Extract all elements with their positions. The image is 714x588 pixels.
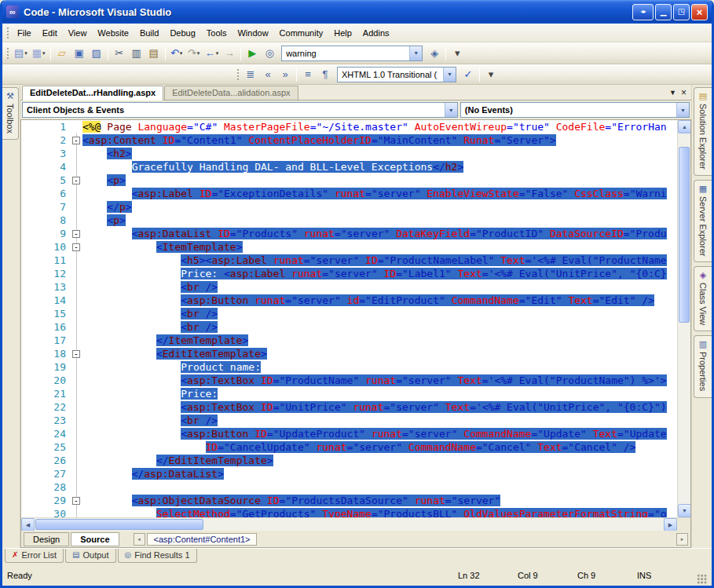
code-line[interactable]: 8 <p> xyxy=(21,214,677,227)
code-line[interactable]: 16 <br /> xyxy=(21,320,677,334)
menu-gripper[interactable] xyxy=(6,27,9,39)
editor-body[interactable]: 1<%@ Page Language="C#" MasterPageFile="… xyxy=(21,120,690,517)
minimize-button[interactable]: ▁ xyxy=(655,4,672,20)
code-line[interactable]: 7 </p> xyxy=(21,200,677,214)
copy-icon[interactable]: ▥ xyxy=(128,45,145,62)
fold-toggle[interactable]: - xyxy=(71,227,82,240)
code-line[interactable]: 13 <br /> xyxy=(21,280,677,294)
object-combo[interactable]: Client Objects & Events ▼ xyxy=(22,102,458,118)
vertical-scrollbar[interactable]: ▲ ▼ xyxy=(677,120,690,517)
code-line[interactable]: 22 <asp:TextBox ID="UnitPrice" runat="se… xyxy=(21,400,677,414)
dropdown-arrow-icon[interactable]: ▾ xyxy=(216,50,219,57)
dropdown-arrow-icon[interactable]: ▾ xyxy=(180,50,183,57)
code-line[interactable]: 20 <asp:TextBox ID="ProductName" runat="… xyxy=(21,374,677,387)
code-line[interactable]: 15 <br /> xyxy=(21,307,677,320)
event-combo-dropdown-icon[interactable]: ▼ xyxy=(676,103,689,117)
fold-toggle[interactable]: - xyxy=(71,240,82,254)
find-in-files-icon[interactable]: ◎ xyxy=(261,45,278,62)
collapse-icon[interactable]: - xyxy=(72,243,80,251)
tab-find-results[interactable]: ◎Find Results 1 xyxy=(118,549,197,563)
document-tab[interactable]: EditDeleteDat...rHandling.aspx xyxy=(22,86,163,100)
dropdown-arrow-icon[interactable]: ▾ xyxy=(197,50,200,57)
design-view-button[interactable]: Design xyxy=(24,532,69,546)
menu-item-build[interactable]: Build xyxy=(134,25,164,41)
collapse-icon[interactable]: - xyxy=(72,177,80,184)
close-document-icon[interactable]: × xyxy=(681,88,687,97)
fold-toggle[interactable]: - xyxy=(71,494,82,507)
code-line[interactable]: 30 SelectMethod="GetProducts" TypeName="… xyxy=(21,507,677,517)
menu-item-help[interactable]: Help xyxy=(328,25,357,41)
tab-properties[interactable]: ▥Properties xyxy=(694,335,712,397)
format-document-icon[interactable]: ≣ xyxy=(242,66,259,83)
code-line[interactable]: 18- <EditItemTemplate> xyxy=(21,347,677,360)
toolbar-options-icon[interactable]: ▾ xyxy=(482,66,500,83)
navigate-forward-icon[interactable]: → xyxy=(221,45,238,62)
code-line[interactable]: 2-<asp:Content ID="Content1" ContentPlac… xyxy=(21,133,677,147)
fold-toggle[interactable]: - xyxy=(71,347,82,360)
code-line[interactable]: 9- <asp:DataList ID="Products" runat="se… xyxy=(21,227,677,240)
new-project-icon[interactable]: ▤▾ xyxy=(12,45,30,62)
fold-toggle[interactable]: - xyxy=(71,173,82,187)
menu-item-file[interactable]: File xyxy=(12,25,37,41)
code-line[interactable]: 19 Product name: xyxy=(21,360,677,374)
code-line[interactable]: 4 Gracefully Handling DAL- and BLL-Level… xyxy=(21,160,677,173)
navigate-backward-icon[interactable]: ←▾ xyxy=(203,45,222,62)
tab-server-explorer[interactable]: ▦Server Explorer xyxy=(694,180,712,262)
open-file-icon[interactable]: ▱ xyxy=(53,45,71,62)
undo-icon[interactable]: ↶▾ xyxy=(168,45,185,62)
code-line[interactable]: 26 </EditItemTemplate> xyxy=(21,454,677,467)
code-line[interactable]: 29- <asp:ObjectDataSource ID="ProductsDa… xyxy=(21,494,677,507)
code-line[interactable]: 5- <p> xyxy=(21,173,677,187)
dropdown-arrow-icon[interactable]: ▾ xyxy=(42,50,46,57)
redo-icon[interactable]: ↷▾ xyxy=(185,45,203,62)
code-line[interactable]: 14 <asp:Button runat="server" id="EditPr… xyxy=(21,294,677,307)
collapse-icon[interactable]: - xyxy=(72,230,80,238)
tag-navigator-breadcrumb[interactable]: <asp:Content#Content1> xyxy=(147,533,258,546)
fold-toggle[interactable]: - xyxy=(71,133,82,147)
horizontal-scroll-thumb[interactable] xyxy=(35,519,203,530)
code-line[interactable]: 17 </ItemTemplate> xyxy=(21,334,677,347)
code-line[interactable]: 3 <h2> xyxy=(21,147,677,160)
tab-toolbox[interactable]: ⚒ Toolbox xyxy=(2,87,19,140)
html-toolbar-gripper[interactable] xyxy=(236,68,240,81)
code-line[interactable]: 23 <br /> xyxy=(21,414,677,427)
tag-navigator-left-icon[interactable]: ◂ xyxy=(134,533,145,546)
code-line[interactable]: 11 <h5><asp:Label runat="server" ID="Pro… xyxy=(21,254,677,267)
collapse-icon[interactable]: - xyxy=(72,137,80,144)
menu-item-edit[interactable]: Edit xyxy=(37,25,63,41)
event-combo[interactable]: (No Events) ▼ xyxy=(460,102,690,118)
paste-icon[interactable]: ▤ xyxy=(145,45,163,62)
add-item-icon[interactable]: ▦▾ xyxy=(30,45,48,62)
resize-grip[interactable] xyxy=(697,574,707,584)
object-combo-dropdown-icon[interactable]: ▼ xyxy=(445,103,457,117)
code-line[interactable]: 25 ID="CancelUpdate" runat="server" Comm… xyxy=(21,440,677,454)
doctype-combo-dropdown-icon[interactable]: ▼ xyxy=(443,68,456,82)
save-all-icon[interactable]: ▨ xyxy=(88,45,105,62)
start-debugging-icon[interactable]: ▶ xyxy=(243,45,261,62)
code-line[interactable]: 6 <asp:Label ID="ExceptionDetails" runat… xyxy=(21,187,677,200)
check-page-validity-icon[interactable]: ✓ xyxy=(460,66,477,83)
scroll-right-icon[interactable]: ▶ xyxy=(664,518,677,531)
scroll-up-icon[interactable]: ▲ xyxy=(678,120,690,133)
restore-button[interactable]: ◳ xyxy=(673,4,690,20)
menu-item-debug[interactable]: Debug xyxy=(164,25,200,41)
vertical-scroll-track[interactable] xyxy=(678,133,690,504)
toolbar-gripper[interactable] xyxy=(6,47,9,60)
window-arrows-button[interactable]: ◂▸ xyxy=(632,4,654,20)
tag-navigator-right-icon[interactable]: ▸ xyxy=(676,533,688,546)
code-line[interactable]: 10- <ItemTemplate> xyxy=(21,240,677,254)
horizontal-scroll-track[interactable] xyxy=(35,518,664,531)
code-line[interactable]: 27 </asp:DataList> xyxy=(21,467,677,480)
code-line[interactable]: 1<%@ Page Language="C#" MasterPageFile="… xyxy=(21,120,677,133)
tab-error-list[interactable]: ✗Error List xyxy=(5,549,64,563)
scroll-left-icon[interactable]: ◀ xyxy=(21,518,35,531)
document-tab[interactable]: EditDeleteData...alidation.aspx xyxy=(164,86,298,100)
decrease-indent-icon[interactable]: « xyxy=(259,66,276,83)
tab-solution-explorer[interactable]: ▤Solution Explorer xyxy=(694,87,712,176)
menu-item-view[interactable]: View xyxy=(63,25,93,41)
find-combo[interactable]: warning ▼ xyxy=(281,46,423,61)
code-line[interactable]: 21 Price: xyxy=(21,387,677,400)
code-line[interactable]: 28 xyxy=(21,480,677,494)
menu-item-community[interactable]: Community xyxy=(274,25,329,41)
find-symbol-icon[interactable]: ◈ xyxy=(426,45,443,62)
